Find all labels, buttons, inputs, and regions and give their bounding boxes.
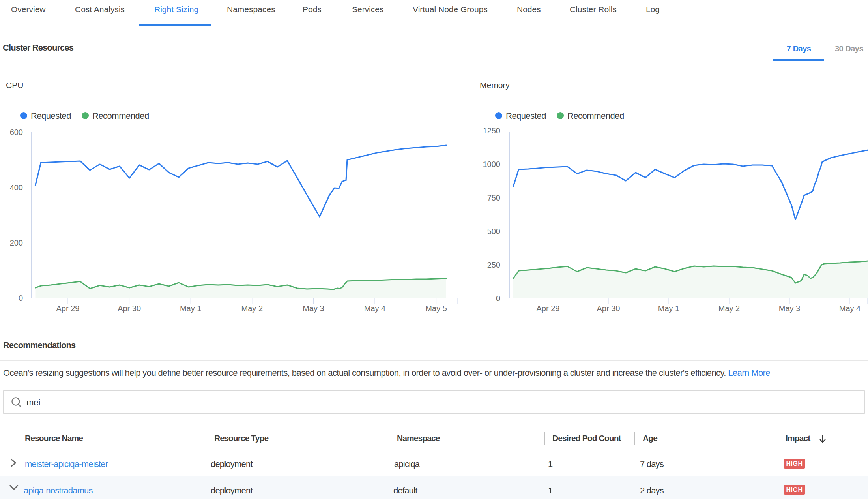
svg-text:Apr 29: Apr 29 [56,304,80,313]
svg-text:0: 0 [496,294,500,303]
svg-text:May 3: May 3 [303,304,324,313]
svg-text:1250: 1250 [483,126,501,135]
svg-text:400: 400 [10,183,23,192]
svg-text:May 2: May 2 [718,304,740,313]
svg-text:250: 250 [487,261,500,269]
svg-text:500: 500 [487,227,500,236]
svg-text:0: 0 [19,294,23,302]
svg-text:Apr 30: Apr 30 [597,304,620,313]
svg-text:May 5: May 5 [425,304,447,313]
svg-text:May 4: May 4 [364,304,385,313]
svg-text:May 1: May 1 [180,304,201,313]
svg-text:200: 200 [10,238,23,247]
svg-text:May 2: May 2 [241,304,263,313]
svg-text:600: 600 [10,128,23,137]
svg-text:750: 750 [487,193,500,202]
svg-text:May 4: May 4 [839,304,861,313]
svg-text:Apr 29: Apr 29 [537,304,560,313]
svg-text:May 3: May 3 [779,304,800,313]
svg-text:1000: 1000 [483,160,501,169]
svg-text:May 1: May 1 [658,304,679,313]
svg-text:Apr 30: Apr 30 [118,304,141,313]
